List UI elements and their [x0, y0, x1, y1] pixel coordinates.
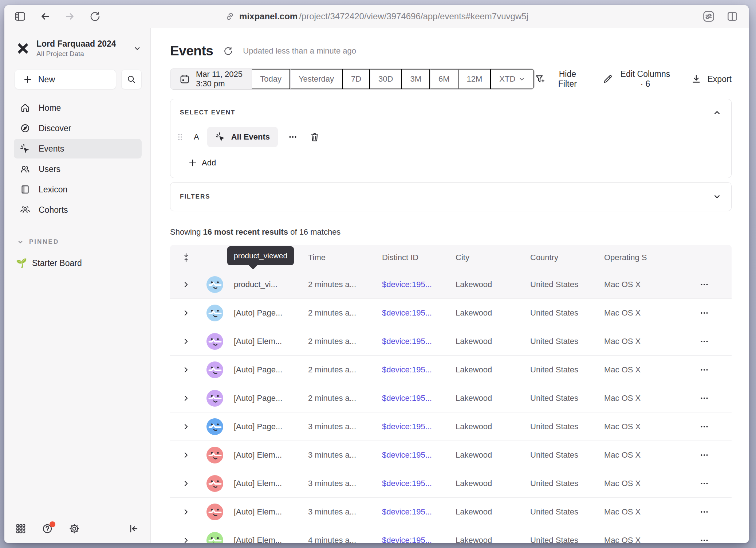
range-3m-button[interactable]: 3M	[402, 69, 430, 89]
distinct-id-link[interactable]: $device:195...	[382, 308, 432, 318]
row-more-options-icon[interactable]	[699, 308, 710, 318]
column-header-country[interactable]: Country	[530, 253, 604, 262]
new-button[interactable]: New	[15, 70, 116, 89]
expand-row-chevron-right-icon[interactable]	[182, 536, 190, 543]
collapse-sidebar-icon[interactable]	[128, 523, 139, 535]
address-bar[interactable]: mixpanel.com/project/3472420/view/397469…	[225, 11, 528, 21]
row-more-options-icon[interactable]	[699, 478, 710, 489]
event-selector-chip[interactable]: All Events	[207, 127, 278, 147]
distinct-id-link[interactable]: $device:195...	[382, 365, 432, 375]
table-row[interactable]: [Auto] Page... 2 minutes a... $device:19…	[170, 299, 732, 327]
pinned-section-header[interactable]: PINNED	[4, 228, 150, 246]
sidebar-item-events[interactable]: Events	[14, 139, 142, 158]
hide-filter-button[interactable]: Hide Filter	[535, 69, 583, 89]
expand-row-chevron-right-icon[interactable]	[182, 451, 190, 459]
distinct-id-link[interactable]: $device:195...	[382, 479, 432, 488]
row-more-options-icon[interactable]	[699, 279, 710, 290]
country-cell: United States	[530, 450, 604, 460]
expand-row-chevron-right-icon[interactable]	[182, 280, 190, 289]
add-event-button[interactable]: Add	[170, 147, 731, 178]
refresh-icon[interactable]	[89, 11, 101, 22]
row-more-options-icon[interactable]	[699, 450, 710, 461]
sidebar-item-users[interactable]: Users	[14, 159, 142, 179]
expand-row-chevron-right-icon[interactable]	[182, 365, 190, 374]
project-switcher[interactable]: Lord Farquaad 2024 All Project Data	[4, 28, 150, 60]
range-yesterday-button[interactable]: Yesterday	[290, 69, 343, 89]
row-more-options-icon[interactable]	[699, 506, 710, 517]
row-more-options-icon[interactable]	[699, 336, 710, 347]
browser-customize-icon[interactable]	[702, 10, 715, 23]
range-7d-button[interactable]: 7D	[343, 69, 370, 89]
os-cell: Mac OS X	[604, 365, 684, 375]
range-6m-button[interactable]: 6M	[430, 69, 458, 89]
forward-icon[interactable]	[64, 11, 76, 22]
column-header-os[interactable]: Operating S	[604, 253, 684, 262]
sidebar-item-discover[interactable]: Discover	[14, 118, 142, 138]
apps-grid-icon[interactable]	[15, 523, 26, 534]
expand-row-chevron-right-icon[interactable]	[182, 394, 190, 403]
range-xtd-button[interactable]: XTD	[491, 69, 534, 89]
country-cell: United States	[530, 280, 604, 289]
sidebar-item-home[interactable]: Home	[14, 98, 142, 118]
city-cell: Lakewood	[456, 308, 530, 318]
column-header-time[interactable]: Time	[308, 253, 382, 262]
sidebar-item-lexicon[interactable]: Lexicon	[14, 180, 142, 199]
browser-sidebar-toggle-icon[interactable]	[14, 10, 26, 23]
export-button[interactable]: Export	[690, 73, 732, 85]
range-30d-button[interactable]: 30D	[370, 69, 402, 89]
time-cell: 2 minutes a...	[308, 365, 382, 375]
range-today-button[interactable]: Today	[252, 69, 290, 89]
table-row[interactable]: [Auto] Elem... 3 minutes a... $device:19…	[170, 441, 732, 469]
row-more-options-icon[interactable]	[699, 421, 710, 432]
delete-event-trash-icon[interactable]	[309, 132, 320, 142]
event-avatar	[206, 532, 223, 543]
table-row[interactable]: [Auto] Page... 3 minutes a... $device:19…	[170, 412, 732, 441]
search-button[interactable]	[121, 70, 142, 89]
table-row[interactable]: product_vi... 2 minutes a... $device:195…	[170, 270, 732, 299]
collapse-card-chevron-up-icon[interactable]	[712, 108, 722, 117]
city-cell: Lakewood	[456, 365, 530, 375]
edit-columns-button[interactable]: Edit Columns · 6	[602, 69, 671, 89]
expand-card-chevron-down-icon[interactable]	[712, 192, 722, 201]
table-row[interactable]: [Auto] Elem... 3 minutes a... $device:19…	[170, 498, 732, 526]
sidebar-item-cohorts[interactable]: Cohorts	[14, 200, 142, 220]
project-subtitle: All Project Data	[36, 50, 127, 58]
main-content: Events Updated less than a minute ago Ma…	[151, 28, 749, 543]
split-view-icon[interactable]	[726, 10, 739, 23]
table-row[interactable]: [Auto] Elem... 2 minutes a... $device:19…	[170, 327, 732, 356]
row-more-options-icon[interactable]	[699, 393, 710, 404]
distinct-id-link[interactable]: $device:195...	[382, 280, 432, 289]
table-row[interactable]: [Auto] Page... 2 minutes a... $device:19…	[170, 356, 732, 384]
distinct-id-cell: $device:195...	[382, 337, 456, 346]
expand-row-chevron-right-icon[interactable]	[182, 309, 190, 317]
row-more-options-icon[interactable]	[699, 535, 710, 543]
city-cell: Lakewood	[456, 479, 530, 488]
back-icon[interactable]	[39, 11, 51, 22]
settings-gear-icon[interactable]	[68, 523, 80, 535]
table-row[interactable]: [Auto] Page... 2 minutes a... $device:19…	[170, 384, 732, 412]
expand-row-chevron-right-icon[interactable]	[182, 479, 190, 488]
distinct-id-link[interactable]: $device:195...	[382, 507, 432, 517]
time-cell: 2 minutes a...	[308, 308, 382, 318]
event-more-options-icon[interactable]	[287, 132, 298, 142]
expand-row-chevron-right-icon[interactable]	[182, 337, 190, 346]
search-icon	[126, 74, 137, 85]
expand-row-chevron-right-icon[interactable]	[182, 422, 190, 431]
drag-handle-icon[interactable]	[176, 132, 184, 142]
collapse-all-rows-icon[interactable]	[181, 253, 191, 263]
table-row[interactable]: [Auto] Elem... 4 minutes a... $device:19…	[170, 526, 732, 543]
distinct-id-link[interactable]: $device:195...	[382, 450, 432, 460]
table-row[interactable]: [Auto] Elem... 3 minutes a... $device:19…	[170, 469, 732, 498]
expand-row-chevron-right-icon[interactable]	[182, 508, 190, 516]
column-header-city[interactable]: City	[456, 253, 530, 262]
row-more-options-icon[interactable]	[699, 364, 710, 375]
distinct-id-link[interactable]: $device:195...	[382, 337, 432, 346]
date-picker-button[interactable]: Mar 11, 2025 3:30 pm	[170, 69, 252, 89]
distinct-id-link[interactable]: $device:195...	[382, 422, 432, 431]
sidebar-item-starter-board[interactable]: 🌱 Starter Board	[4, 246, 150, 268]
distinct-id-link[interactable]: $device:195...	[382, 394, 432, 403]
range-12m-button[interactable]: 12M	[458, 69, 491, 89]
distinct-id-link[interactable]: $device:195...	[382, 536, 432, 543]
refresh-results-icon[interactable]	[223, 46, 233, 56]
column-header-distinct-id[interactable]: Distinct ID	[382, 253, 456, 262]
